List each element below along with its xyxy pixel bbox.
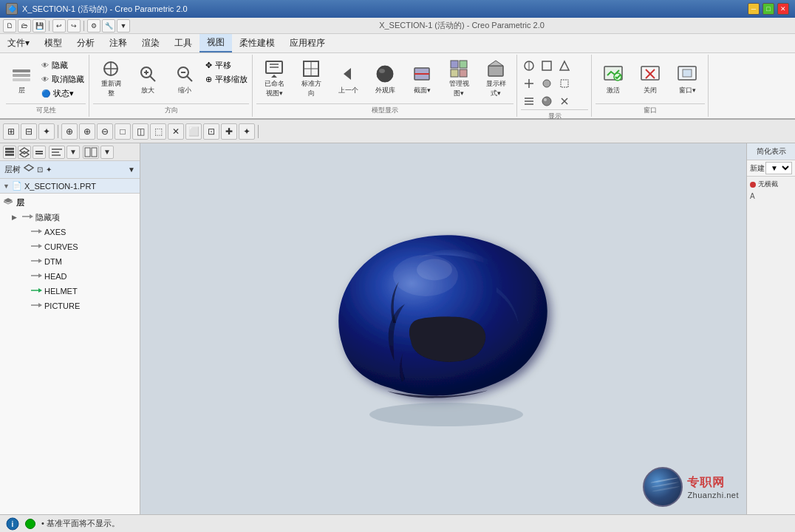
layer-btn[interactable]: 层 <box>6 56 37 100</box>
feature-btn[interactable]: ✦ <box>38 123 55 140</box>
tree-item-curves[interactable]: CURVES <box>0 239 140 254</box>
prev-view-btn[interactable]: 上一个 <box>330 56 366 100</box>
standard-view-btn[interactable]: 标准方向 <box>293 56 329 100</box>
menu-render[interactable]: 渲染 <box>134 34 167 52</box>
settings-btn[interactable]: ⚙ <box>87 19 100 33</box>
tree-item-picture-label: PICTURE <box>44 301 80 310</box>
tree-btn[interactable]: ⊞ <box>3 123 19 140</box>
undo-btn[interactable]: ↩ <box>52 19 66 33</box>
tree-item-dtm[interactable]: DTM <box>0 254 140 269</box>
sep2 <box>83 21 84 31</box>
unhide-btn[interactable]: 👁 取消隐藏 <box>40 73 86 86</box>
pan-tool[interactable]: ⬚ <box>150 123 166 140</box>
display8-btn[interactable] <box>539 93 555 109</box>
menu-model[interactable]: 模型 <box>37 34 69 52</box>
open-file-btn[interactable]: 🗁 <box>18 19 31 33</box>
zoom-out-btn[interactable]: 缩小 <box>167 56 202 100</box>
named-view-btn[interactable]: 已命名视图▾ <box>256 56 292 100</box>
display5-btn[interactable] <box>539 75 555 92</box>
close-btn[interactable]: ✕ <box>777 3 789 15</box>
window-btn[interactable]: 窗口▾ <box>669 56 705 100</box>
menu-flexible[interactable]: 柔性建模 <box>232 34 282 52</box>
section-btn[interactable]: 截面▾ <box>404 56 440 100</box>
menu-annotation[interactable]: 注释 <box>102 34 134 52</box>
tree-item-picture[interactable]: PICTURE <box>0 299 140 313</box>
svg-rect-31 <box>488 66 503 76</box>
redo-btn[interactable]: ↪ <box>67 19 81 33</box>
menu-analysis[interactable]: 分析 <box>69 34 102 52</box>
sep3 <box>58 125 58 138</box>
add-btn[interactable]: ✚ <box>221 123 237 140</box>
star-btn[interactable]: ✦ <box>239 123 255 140</box>
close-label: 关闭 <box>644 86 657 95</box>
zoom-out-tool[interactable]: ⊖ <box>97 123 113 140</box>
display3-btn[interactable] <box>556 58 573 74</box>
prev-view-icon <box>336 62 360 86</box>
tree-item-hidden[interactable]: ▶ 隐藏项 <box>0 210 140 225</box>
window-title-center: X_SECTION-1 (活动的) - Creo Parametric 2.0 <box>379 20 545 31</box>
fit-btn[interactable]: ⊕ <box>61 123 78 140</box>
new-dropdown[interactable]: ▼ <box>765 162 792 174</box>
display9-btn[interactable] <box>556 93 573 109</box>
frame-btn[interactable]: □ <box>115 123 131 140</box>
manage-views-btn[interactable]: 管理视图▾ <box>441 56 477 100</box>
pan-zoom-btn[interactable]: ⊕ 平移缩放 <box>204 73 249 86</box>
more-btn[interactable]: ▼ <box>117 19 130 33</box>
rotate-btn[interactable]: ◫ <box>132 123 149 140</box>
pan-btn[interactable]: ✥ 平移 <box>204 59 249 72</box>
tree-col-filter-btn[interactable]: ▼ <box>100 146 114 159</box>
new-label: 新建 <box>750 163 765 174</box>
tree-item-head[interactable]: HEAD <box>0 269 140 284</box>
zoom-in-btn[interactable]: 放大 <box>130 56 166 100</box>
panel-tree-btn[interactable] <box>3 146 16 159</box>
hidden-expand[interactable]: ▶ <box>12 214 21 221</box>
cross-btn[interactable]: ✕ <box>168 123 184 140</box>
display-style-label: 显示样式▾ <box>486 79 506 98</box>
tree-item-helmet[interactable]: HELMET <box>0 284 140 299</box>
display-style-btn[interactable]: 显示样式▾ <box>478 56 513 100</box>
filter-btn[interactable]: ⊡ <box>203 123 219 140</box>
display6-btn[interactable] <box>556 75 573 92</box>
close-btn-ribbon[interactable]: 关闭 <box>632 56 668 100</box>
svg-marker-81 <box>38 288 42 293</box>
svg-marker-71 <box>30 214 33 219</box>
panel-settings-btn[interactable] <box>33 146 46 159</box>
menu-tools[interactable]: 工具 <box>167 34 199 52</box>
rp-item-nocross[interactable]: 无横截 <box>748 178 794 191</box>
tree-item-axes-label: AXES <box>44 228 66 236</box>
tree-file-header[interactable]: ▼ 📄 X_SECTION-1.PRT <box>0 179 140 194</box>
menu-view[interactable]: 视图 <box>199 34 232 52</box>
activate-btn[interactable]: 激活 <box>596 56 631 100</box>
display1-btn[interactable] <box>521 58 537 74</box>
tree-col-btn[interactable] <box>83 146 99 159</box>
appearance-btn[interactable]: 外观库 <box>367 56 403 100</box>
pan-label: 平移 <box>215 60 231 71</box>
display7-btn[interactable] <box>521 93 537 109</box>
sep4 <box>258 125 259 138</box>
select-btn[interactable]: ⬜ <box>185 123 202 140</box>
expand-btn[interactable]: ⊟ <box>21 123 37 140</box>
rp-item-a[interactable]: A <box>748 191 794 202</box>
tree-expand-icon[interactable]: ▼ <box>128 166 135 174</box>
tree-item-axes[interactable]: AXES <box>0 225 140 239</box>
watermark-line1: 专职网 <box>687 475 725 491</box>
hide-btn[interactable]: 👁 隐藏 <box>40 59 86 72</box>
zoom-in-tool[interactable]: ⊕ <box>79 123 95 140</box>
tree-icon-btn[interactable] <box>49 146 65 159</box>
tree-filter-btn[interactable]: ▼ <box>66 146 80 159</box>
svg-marker-77 <box>38 259 42 263</box>
new-file-btn[interactable]: 🗋 <box>3 19 16 33</box>
canvas-area[interactable]: 专职网 Zhuanzhi.net <box>140 143 746 514</box>
status-btn[interactable]: 🔵 状态▾ <box>40 87 86 100</box>
display4-btn[interactable] <box>521 75 537 92</box>
tools-btn[interactable]: 🔧 <box>102 19 115 33</box>
save-btn[interactable]: 💾 <box>33 19 46 33</box>
menu-apps[interactable]: 应用程序 <box>282 34 332 52</box>
right-panel-header: 简化表示 <box>747 143 795 160</box>
menu-file[interactable]: 文件▾ <box>0 34 37 52</box>
minimize-btn[interactable]: ─ <box>748 3 760 15</box>
refit-btn[interactable]: 重新调整 <box>93 56 129 100</box>
panel-layer-btn[interactable] <box>18 146 31 159</box>
maximize-btn[interactable]: □ <box>762 3 774 15</box>
display2-btn[interactable] <box>539 58 555 74</box>
